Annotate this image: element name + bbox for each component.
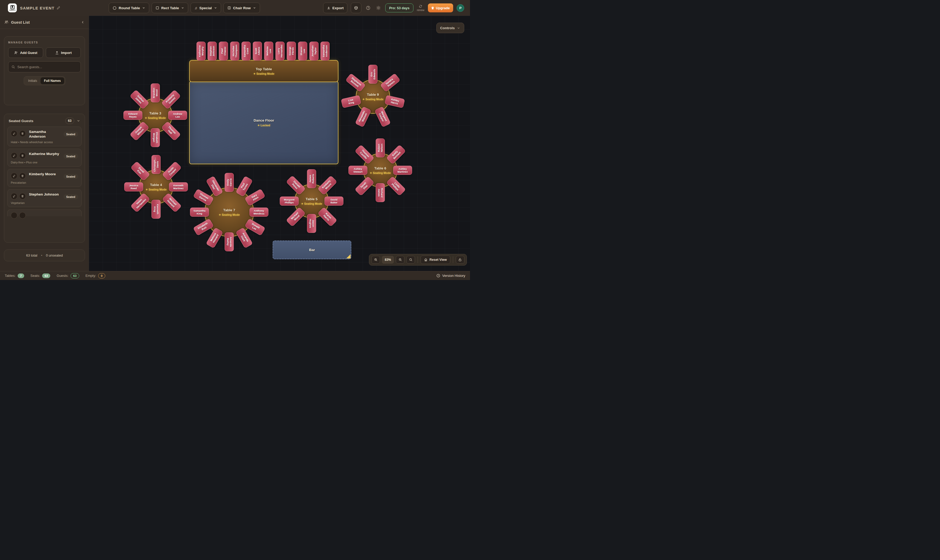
- seat-chip[interactable]: AshleyStewart: [348, 166, 368, 175]
- seat-chip[interactable]: KennethMartinez: [169, 182, 188, 192]
- seat-chip[interactable]: GeorgeFlores: [286, 42, 296, 60]
- assets-button[interactable]: [351, 3, 361, 13]
- rect-table-button[interactable]: Rect Table: [152, 3, 188, 13]
- seat-chip[interactable]: AshleyMartinez: [393, 166, 412, 175]
- seat-chip[interactable]: EmilyGarcia: [225, 173, 234, 192]
- seat-chip[interactable]: KatherineMurphy: [196, 42, 206, 60]
- reset-view-button[interactable]: Reset View: [420, 255, 450, 264]
- round-table-button[interactable]: Round Table: [109, 3, 149, 13]
- add-guest-button[interactable]: Add Guest: [8, 48, 43, 58]
- dance-floor-zone[interactable]: Dance Floor✦ Locked: [189, 81, 338, 164]
- export-button[interactable]: Export: [323, 3, 348, 13]
- seat-chip[interactable]: ThomasHall: [161, 121, 181, 141]
- seat-chip[interactable]: PaulTorres: [235, 176, 252, 197]
- seat-chip[interactable]: ScottAdams: [253, 42, 262, 60]
- edit-guest-button[interactable]: [11, 152, 17, 159]
- seat-chip[interactable]: NicholasThompson: [230, 42, 240, 60]
- chair-row-button[interactable]: Chair Row: [223, 3, 260, 13]
- seat-chip[interactable]: KennethKing: [152, 200, 161, 219]
- guest-card[interactable]: Kimberly MooreSeatedPescatarian: [8, 169, 82, 187]
- seat-chip[interactable]: EricEdwards: [368, 65, 378, 84]
- collapse-sidebar-button[interactable]: [81, 20, 85, 24]
- seat-chip[interactable]: KarenHarris: [317, 207, 337, 227]
- seated-collapse-button[interactable]: [77, 119, 80, 123]
- seat-chip[interactable]: DonaldLee: [245, 218, 266, 235]
- controls-button[interactable]: Controls: [436, 23, 465, 33]
- guest-card[interactable]: Stephen JohnsonSeatedVegetarian: [8, 189, 82, 207]
- seat-chip[interactable]: AshleyHarris: [385, 95, 405, 108]
- delete-guest-button[interactable]: [19, 152, 26, 159]
- edit-title-icon[interactable]: [57, 6, 60, 10]
- zoom-out-button[interactable]: [396, 256, 405, 264]
- table-rect[interactable]: Top Table✦ Seating Mode: [189, 60, 338, 82]
- seat-chip[interactable]: MichaelHoward: [162, 192, 182, 212]
- seat-chip[interactable]: MargaretPhillips: [280, 197, 299, 206]
- table-name: Table 9: [367, 92, 379, 97]
- seat-chip[interactable]: BrandonWood: [151, 83, 160, 102]
- zoom-in-button[interactable]: [371, 256, 380, 264]
- seat-chip[interactable]: AndrewLee: [168, 111, 187, 120]
- seat-chip[interactable]: AnthonyMendoza: [249, 208, 268, 217]
- special-button[interactable]: ♫ Special: [191, 3, 221, 13]
- seat-chip[interactable]: SamanthaCook: [242, 42, 251, 60]
- toggle-initials[interactable]: Initials: [25, 77, 40, 84]
- guest-list[interactable]: Samantha AndersonSeatedHalal • Needs whe…: [8, 126, 82, 240]
- version-history-button[interactable]: Version History: [436, 274, 465, 278]
- seat-chip[interactable]: RichardJames: [376, 183, 385, 202]
- zoom-search-button[interactable]: [406, 256, 415, 264]
- help-button[interactable]: [365, 5, 372, 11]
- seat-chip[interactable]: MargaretCooper: [374, 106, 391, 128]
- seat-guest-first-name: Brandon: [152, 88, 155, 98]
- theme-toggle-button[interactable]: [375, 5, 382, 11]
- seat-chip[interactable]: JasonHughes: [307, 214, 316, 233]
- import-button[interactable]: Import: [46, 48, 81, 58]
- delete-guest-button[interactable]: [19, 193, 26, 200]
- seat-chip[interactable]: JamesRoberts: [307, 169, 316, 188]
- seat-chip[interactable]: AmandaBailey: [225, 232, 234, 251]
- seat-chip[interactable]: ThomasGarcia: [193, 188, 214, 206]
- upgrade-button[interactable]: ♛ Upgrade: [428, 3, 453, 12]
- seat-chip[interactable]: SamanthaAnderson: [320, 42, 330, 60]
- seat-chip[interactable]: DavidBaker: [325, 197, 343, 206]
- seat-chip[interactable]: LarryHernandez: [275, 42, 285, 60]
- delete-guest-button[interactable]: [19, 172, 26, 179]
- seat-chip[interactable]: Christoph…Davis: [152, 155, 161, 174]
- edit-guest-button[interactable]: [11, 130, 17, 137]
- guest-card[interactable]: Samantha AndersonSeatedHalal • Needs whe…: [8, 126, 82, 146]
- delete-guest-button[interactable]: [19, 212, 26, 219]
- seat-chip[interactable]: PaulChavez: [219, 42, 228, 60]
- guest-card-partial[interactable]: [8, 209, 82, 216]
- seat-chip[interactable]: ElizabethRuiz: [193, 218, 214, 235]
- seat-chip[interactable]: GaryAllen: [245, 188, 266, 206]
- app-logo[interactable]: seatplan.io: [8, 3, 17, 12]
- seat-chip[interactable]: MelissaHoward: [206, 228, 223, 248]
- seat-chip[interactable]: EdwardReyes: [123, 111, 142, 120]
- seat-chip[interactable]: JonathanTaylor: [309, 42, 318, 60]
- seat-chip[interactable]: LisaKing: [341, 95, 361, 108]
- seat-chip[interactable]: AlexanderDiaz: [206, 176, 223, 197]
- seat-chip[interactable]: StephenJohnson: [208, 42, 217, 60]
- edit-guest-button[interactable]: [11, 193, 17, 200]
- table-round[interactable]: Table 7✦ Seating Mode: [205, 188, 254, 237]
- seat-chip[interactable]: SamanthaKing: [190, 208, 209, 217]
- renew-button[interactable]: renew: [417, 5, 425, 12]
- floor-plan-canvas[interactable]: Controls 83% Reset View Dance Fl: [89, 16, 470, 271]
- avatar[interactable]: P: [457, 4, 464, 12]
- edit-guest-button[interactable]: [11, 172, 17, 179]
- seat-chip[interactable]: SharonLee: [298, 42, 307, 60]
- seat-chip[interactable]: RobertNelson: [376, 138, 385, 157]
- lock-toggle-button[interactable]: [456, 256, 465, 264]
- seat-chip[interactable]: AlexanderWatson: [355, 106, 372, 128]
- seat-chip[interactable]: AmandaClark: [235, 228, 252, 248]
- seat-chip[interactable]: MelissaLee: [264, 42, 273, 60]
- resize-handle[interactable]: [346, 254, 351, 258]
- seat-chip[interactable]: ElizabethMorgan: [151, 128, 160, 147]
- seat-chip[interactable]: LindaPhillips: [386, 176, 406, 196]
- toggle-full-names[interactable]: Full Names: [40, 77, 64, 84]
- delete-guest-button[interactable]: [19, 130, 26, 137]
- seat-chip[interactable]: JessicaReed: [124, 182, 143, 192]
- bar-zone[interactable]: Bar: [272, 240, 351, 259]
- search-input[interactable]: [17, 65, 78, 69]
- guest-card[interactable]: Katherine MurphySeatedDairy-free • Plus …: [8, 149, 82, 166]
- edit-guest-button[interactable]: [11, 212, 17, 219]
